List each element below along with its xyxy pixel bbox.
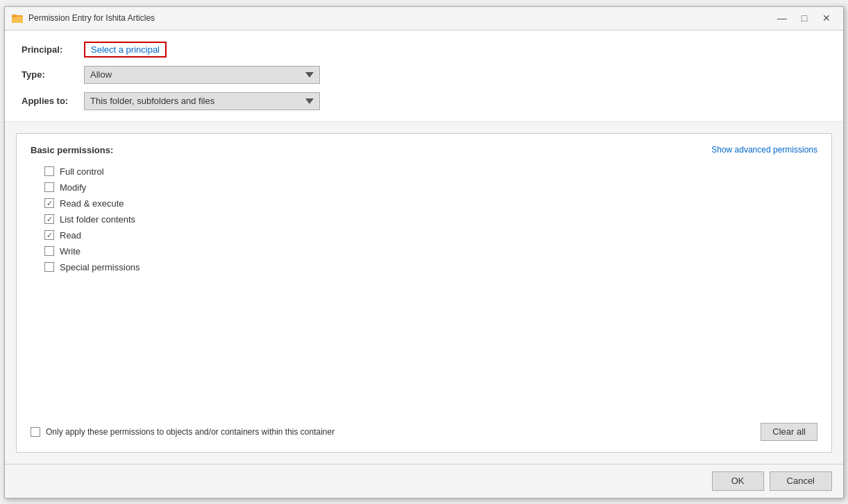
basic-permissions-label: Basic permissions: xyxy=(31,145,113,155)
principal-label: Principal: xyxy=(22,44,84,55)
svg-rect-1 xyxy=(12,17,23,23)
window-title: Permission Entry for Ishita Articles xyxy=(28,13,772,23)
folder-icon xyxy=(12,12,23,24)
close-button[interactable]: ✕ xyxy=(817,10,836,26)
permissions-header: Basic permissions: Show advanced permiss… xyxy=(31,145,817,155)
only-apply-label: Only apply these permissions to objects … xyxy=(46,427,334,437)
checkmark-icon: ✓ xyxy=(46,200,53,207)
modify-label: Modify xyxy=(60,182,86,193)
list-item: Full control xyxy=(44,166,817,177)
full-control-label: Full control xyxy=(60,166,104,177)
read-label: Read xyxy=(60,230,81,241)
main-section: Basic permissions: Show advanced permiss… xyxy=(5,122,843,464)
window-content: Principal: Select a principal Type: Allo… xyxy=(5,31,843,464)
full-control-checkbox[interactable] xyxy=(44,166,54,176)
minimize-button[interactable]: — xyxy=(772,10,792,26)
svg-rect-2 xyxy=(12,15,17,17)
window-controls: — □ ✕ xyxy=(772,10,836,26)
applies-to-label: Applies to: xyxy=(22,96,84,106)
permission-entry-dialog: Permission Entry for Ishita Articles — □… xyxy=(4,6,844,498)
write-label: Write xyxy=(60,246,80,257)
window-footer: OK Cancel xyxy=(5,464,843,498)
read-execute-checkbox[interactable]: ✓ xyxy=(44,198,54,208)
read-execute-label: Read & execute xyxy=(60,198,124,209)
bottom-row: Only apply these permissions to objects … xyxy=(31,415,817,441)
show-advanced-link[interactable]: Show advanced permissions xyxy=(711,145,817,155)
permissions-list: Full control Modify ✓ Read & execute xyxy=(44,166,817,272)
type-row: Type: Allow xyxy=(22,66,826,84)
list-item: Modify xyxy=(44,182,817,193)
top-section: Principal: Select a principal Type: Allo… xyxy=(5,31,843,122)
list-folder-label: List folder contents xyxy=(60,214,135,225)
applies-to-row: Applies to: This folder, subfolders and … xyxy=(22,92,826,110)
cancel-button[interactable]: Cancel xyxy=(770,471,832,491)
maximize-button[interactable]: □ xyxy=(795,10,814,26)
applies-to-select[interactable]: This folder, subfolders and files xyxy=(84,92,320,110)
only-apply-checkbox[interactable] xyxy=(31,427,40,437)
write-checkbox[interactable] xyxy=(44,246,54,256)
ok-button[interactable]: OK xyxy=(712,471,764,491)
clear-all-button[interactable]: Clear all xyxy=(761,423,817,441)
special-permissions-label: Special permissions xyxy=(60,262,140,272)
only-apply-row: Only apply these permissions to objects … xyxy=(31,427,334,437)
title-bar: Permission Entry for Ishita Articles — □… xyxy=(5,7,843,31)
list-item: Write xyxy=(44,246,817,257)
modify-checkbox[interactable] xyxy=(44,182,54,192)
select-principal-link[interactable]: Select a principal xyxy=(84,42,167,58)
read-checkbox[interactable]: ✓ xyxy=(44,230,54,240)
principal-row: Principal: Select a principal xyxy=(22,42,826,58)
special-permissions-checkbox[interactable] xyxy=(44,262,54,272)
permissions-box: Basic permissions: Show advanced permiss… xyxy=(16,133,832,453)
list-item: ✓ Read xyxy=(44,230,817,241)
list-item: ✓ List folder contents xyxy=(44,214,817,225)
checkmark-icon: ✓ xyxy=(46,216,53,223)
list-item: ✓ Read & execute xyxy=(44,198,817,209)
list-item: Special permissions xyxy=(44,262,817,272)
checkmark-icon: ✓ xyxy=(46,232,53,239)
type-label: Type: xyxy=(22,69,84,80)
type-select[interactable]: Allow xyxy=(84,66,320,84)
list-folder-checkbox[interactable]: ✓ xyxy=(44,214,54,224)
